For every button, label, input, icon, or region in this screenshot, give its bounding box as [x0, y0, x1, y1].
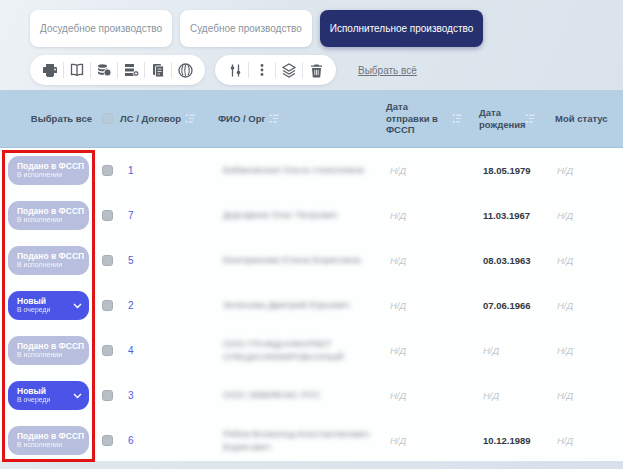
- row-checkbox[interactable]: [102, 300, 113, 311]
- row-checkbox[interactable]: [102, 390, 113, 401]
- sort-icon[interactable]: [525, 113, 536, 124]
- chevron-down-icon: [73, 303, 82, 309]
- header-account[interactable]: ЛС / Договор: [120, 113, 218, 125]
- header-checkbox-cell: [95, 113, 120, 124]
- table-row: Подано в ФССПВ исполнении 4 ООО ГРАЖДАНМ…: [0, 328, 623, 373]
- birth-date: 08.03.1963: [483, 255, 531, 266]
- my-status: Н/Д: [557, 210, 573, 221]
- table-row: НовыйВ очереди 2 Зеленова Дмитрий Юрьеви…: [0, 283, 623, 328]
- debtor-name: Бабановская Ольга Алексеевна: [223, 164, 364, 177]
- my-status: Н/Д: [557, 300, 573, 311]
- debtor-name: ООО ГРАЖДАНМАРКЕТ СПЕЦИАЛИЗИРОВАННЫЙ: [223, 338, 386, 364]
- sliders-icon[interactable]: [224, 59, 246, 81]
- status-badge[interactable]: Подано в ФССПВ исполнении: [8, 426, 89, 455]
- sent-date: Н/Д: [390, 300, 406, 311]
- header-birth-date[interactable]: Дата рождения: [479, 107, 555, 131]
- tab-enforcement[interactable]: Исполнительное производство: [320, 10, 483, 47]
- my-status: Н/Д: [557, 345, 573, 356]
- copy-documents-icon[interactable]: [147, 59, 169, 81]
- toolbar: Выбрать всё: [30, 55, 417, 85]
- row-checkbox[interactable]: [102, 165, 113, 176]
- account-link[interactable]: 6: [128, 435, 134, 446]
- row-checkbox[interactable]: [102, 255, 113, 266]
- table-row: Подано в ФССПВ исполнении 1 Бабановская …: [0, 148, 623, 193]
- birth-date: Н/Д: [483, 345, 499, 356]
- row-checkbox[interactable]: [102, 210, 113, 221]
- seal-icon[interactable]: [174, 59, 196, 81]
- sort-icon[interactable]: [452, 113, 463, 124]
- birth-date: 11.03.1967: [483, 210, 530, 221]
- trash-icon[interactable]: [305, 59, 327, 81]
- book-icon[interactable]: [66, 59, 88, 81]
- layers-icon[interactable]: [278, 59, 300, 81]
- tab-pretrial[interactable]: Досудебное производство: [30, 10, 172, 47]
- table-header: Выбрать все ЛС / Договор ФИО / Орг Дата …: [0, 90, 623, 148]
- sort-icon[interactable]: [269, 113, 280, 124]
- debtor-name: Зеленова Дмитрий Юрьевич: [223, 299, 350, 312]
- account-link[interactable]: 7: [128, 210, 134, 221]
- account-link[interactable]: 4: [128, 345, 134, 356]
- debtor-name: Рябов Всеволод Константинович Борисович: [223, 428, 386, 454]
- debtor-name: Дорофеев Олег Петрович: [223, 209, 338, 222]
- table-body: Подано в ФССПВ исполнении 1 Бабановская …: [0, 148, 623, 461]
- status-badge[interactable]: Подано в ФССПВ исполнении: [8, 336, 89, 365]
- coins-icon[interactable]: [93, 59, 115, 81]
- account-link[interactable]: 5: [128, 255, 134, 266]
- account-link[interactable]: 2: [128, 300, 134, 311]
- select-all-checkbox[interactable]: [102, 113, 113, 124]
- toolbar-group-view: [215, 55, 336, 85]
- tab-court[interactable]: Судебное производство: [180, 10, 312, 47]
- debtor-name: ООО ЭКВИФАКС РУС: [223, 389, 321, 402]
- toolbar-group-actions: [30, 55, 205, 85]
- my-status: Н/Д: [557, 390, 573, 401]
- account-link[interactable]: 3: [128, 390, 134, 401]
- status-badge[interactable]: НовыйВ очереди: [8, 381, 89, 410]
- enforcement-proceedings-page: Досудебное производство Судебное произво…: [0, 0, 623, 469]
- select-all-link[interactable]: Выбрать всё: [358, 65, 417, 76]
- birth-date: 18.05.1979: [483, 165, 531, 176]
- header-my-status: Мой статус: [555, 113, 623, 125]
- table-row: Подано в ФССПВ исполнении 7 Дорофеев Оле…: [0, 193, 623, 238]
- my-status: Н/Д: [557, 435, 573, 446]
- birth-date: 10.12.1989: [483, 435, 531, 446]
- my-status: Н/Д: [557, 255, 573, 266]
- header-sent-date[interactable]: Дата отправки в ФССП: [386, 101, 479, 137]
- birth-date: Н/Д: [483, 390, 499, 401]
- account-link[interactable]: 1: [128, 165, 134, 176]
- sent-date: Н/Д: [390, 165, 406, 176]
- birth-date: 07.06.1966: [483, 300, 531, 311]
- sent-date: Н/Д: [390, 210, 406, 221]
- my-status: Н/Д: [557, 165, 573, 176]
- table-row: Подано в ФССПВ исполнении 6 Рябов Всевол…: [0, 418, 623, 463]
- sent-date: Н/Д: [390, 435, 406, 446]
- proceedings-tabs: Досудебное производство Судебное произво…: [30, 10, 483, 47]
- status-badge[interactable]: НовыйВ очереди: [8, 291, 89, 320]
- row-checkbox[interactable]: [102, 345, 113, 356]
- table-row: НовыйВ очереди 3 ООО ЭКВИФАКС РУС Н/Д Н/…: [0, 373, 623, 418]
- sent-date: Н/Д: [390, 390, 406, 401]
- registry-icon[interactable]: [120, 59, 142, 81]
- kebab-menu-icon[interactable]: [251, 59, 273, 81]
- status-badge[interactable]: Подано в ФССПВ исполнении: [8, 246, 89, 275]
- table-row: Подано в ФССПВ исполнении 5 Екатеринова …: [0, 238, 623, 283]
- chevron-down-icon: [73, 393, 82, 399]
- sent-date: Н/Д: [390, 345, 406, 356]
- status-badge[interactable]: Подано в ФССПВ исполнении: [8, 156, 89, 185]
- header-name[interactable]: ФИО / Орг: [218, 113, 386, 125]
- row-checkbox[interactable]: [102, 435, 113, 446]
- sent-date: Н/Д: [390, 255, 406, 266]
- status-badge[interactable]: Подано в ФССПВ исполнении: [8, 201, 89, 230]
- printer-icon[interactable]: [39, 59, 61, 81]
- header-select-all: Выбрать все: [0, 113, 95, 125]
- debtor-name: Екатеринова Елена Борисовна: [223, 254, 360, 267]
- sort-icon[interactable]: [185, 113, 196, 124]
